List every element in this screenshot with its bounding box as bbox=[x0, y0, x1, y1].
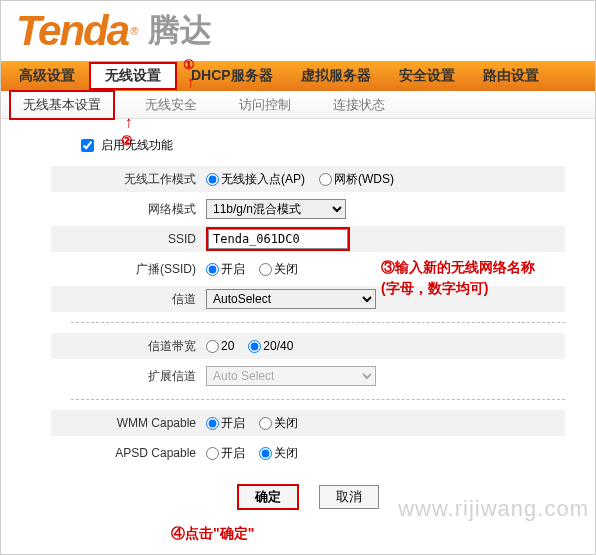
ssid-highlight bbox=[206, 227, 350, 251]
divider-2 bbox=[71, 399, 565, 400]
nav-wireless[interactable]: 无线设置 bbox=[89, 62, 177, 90]
radio-broadcast-on[interactable]: 开启 bbox=[206, 261, 245, 278]
enable-wireless-text: 启用无线功能 bbox=[101, 138, 173, 152]
subnav-access[interactable]: 访问控制 bbox=[227, 92, 303, 118]
ok-button[interactable]: 确定 bbox=[237, 484, 299, 510]
subnav-status[interactable]: 连接状态 bbox=[321, 92, 397, 118]
cancel-button[interactable]: 取消 bbox=[319, 485, 379, 509]
radio-broadcast-off[interactable]: 关闭 bbox=[259, 261, 298, 278]
subnav-basic[interactable]: 无线基本设置 bbox=[9, 90, 115, 120]
arrow-2-icon: ↓ bbox=[125, 115, 133, 133]
row-net-mode: 网络模式 11b/g/n混合模式 bbox=[51, 196, 565, 222]
row-ext-channel: 扩展信道 Auto Select bbox=[51, 363, 565, 389]
content-area: 启用无线功能 无线工作模式 无线接入点(AP) 网桥(WDS) 网络模式 11b… bbox=[1, 119, 595, 520]
radio-wmm-on[interactable]: 开启 bbox=[206, 415, 245, 432]
arrow-1-icon: ↓ bbox=[187, 75, 195, 93]
nav-virtual[interactable]: 虚拟服务器 bbox=[287, 61, 385, 91]
radio-wmm-off[interactable]: 关闭 bbox=[259, 415, 298, 432]
radio-apsd-off[interactable]: 关闭 bbox=[259, 445, 298, 462]
enable-wireless-checkbox[interactable] bbox=[81, 139, 94, 152]
brand-logo: Tenda bbox=[16, 7, 128, 55]
label-work-mode: 无线工作模式 bbox=[51, 171, 206, 188]
button-row: 确定 取消 bbox=[51, 484, 565, 510]
label-apsd: APSD Capable bbox=[51, 446, 206, 460]
radio-wds[interactable]: 网桥(WDS) bbox=[319, 171, 394, 188]
radio-ap[interactable]: 无线接入点(AP) bbox=[206, 171, 305, 188]
brand-cn: 腾达 bbox=[148, 9, 212, 53]
select-ext-channel[interactable]: Auto Select bbox=[206, 366, 376, 386]
subnav-security[interactable]: 无线安全 bbox=[133, 92, 209, 118]
label-wmm: WMM Capable bbox=[51, 416, 206, 430]
label-net-mode: 网络模式 bbox=[51, 201, 206, 218]
logo-bar: Tenda ® 腾达 bbox=[1, 1, 595, 61]
main-nav: 高级设置 无线设置 DHCP服务器 虚拟服务器 安全设置 路由设置 bbox=[1, 61, 595, 91]
label-broadcast: 广播(SSID) bbox=[51, 261, 206, 278]
row-broadcast: 广播(SSID) 开启 关闭 bbox=[51, 256, 565, 282]
label-channel: 信道 bbox=[51, 291, 206, 308]
row-channel: 信道 AutoSelect bbox=[51, 286, 565, 312]
row-work-mode: 无线工作模式 无线接入点(AP) 网桥(WDS) bbox=[51, 166, 565, 192]
row-ssid: SSID bbox=[51, 226, 565, 252]
enable-wireless-label[interactable]: 启用无线功能 bbox=[81, 138, 173, 152]
select-net-mode[interactable]: 11b/g/n混合模式 bbox=[206, 199, 346, 219]
row-bandwidth: 信道带宽 20 20/40 bbox=[51, 333, 565, 359]
radio-bw-20[interactable]: 20 bbox=[206, 339, 234, 353]
nav-advanced[interactable]: 高级设置 bbox=[5, 61, 89, 91]
row-wmm: WMM Capable 开启 关闭 bbox=[51, 410, 565, 436]
label-ssid: SSID bbox=[51, 232, 206, 246]
nav-security[interactable]: 安全设置 bbox=[385, 61, 469, 91]
input-ssid[interactable] bbox=[208, 229, 348, 249]
nav-routing[interactable]: 路由设置 bbox=[469, 61, 553, 91]
enable-wireless-row: 启用无线功能 bbox=[51, 137, 565, 154]
select-channel[interactable]: AutoSelect bbox=[206, 289, 376, 309]
label-bandwidth: 信道带宽 bbox=[51, 338, 206, 355]
reg-mark: ® bbox=[130, 25, 138, 37]
divider-1 bbox=[71, 322, 565, 323]
sub-nav: 无线基本设置 无线安全 访问控制 连接状态 bbox=[1, 91, 595, 119]
annotation-4: ④点击"确定" bbox=[171, 525, 254, 543]
radio-apsd-on[interactable]: 开启 bbox=[206, 445, 245, 462]
label-ext-channel: 扩展信道 bbox=[51, 368, 206, 385]
radio-bw-2040[interactable]: 20/40 bbox=[248, 339, 293, 353]
row-apsd: APSD Capable 开启 关闭 bbox=[51, 440, 565, 466]
